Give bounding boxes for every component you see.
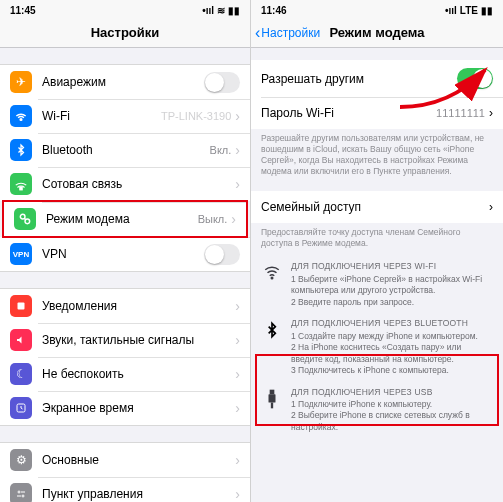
wifi-instr-step1: 1 Выберите «iPhone Сергей» в настройках … [291, 274, 493, 297]
row-wifi[interactable]: Wi-Fi TP-LINK-3190 › [0, 99, 250, 133]
nav-title: Настройки [91, 25, 160, 40]
row-sounds[interactable]: Звуки, тактильные сигналы › [0, 323, 250, 357]
back-label: Настройки [261, 26, 320, 40]
wifi-row-icon [10, 105, 32, 127]
row-airplane[interactable]: ✈ Авиарежим [0, 64, 250, 99]
chevron-icon: › [235, 486, 240, 502]
svg-point-0 [20, 119, 22, 121]
status-time: 11:46 [261, 5, 287, 16]
footer-family: Предоставляйте точку доступа членам Семе… [251, 223, 503, 255]
sounds-icon [10, 329, 32, 351]
airplane-label: Авиарежим [42, 75, 204, 89]
svg-point-3 [25, 219, 30, 224]
vpn-toggle[interactable] [204, 244, 240, 265]
chevron-icon: › [489, 106, 493, 120]
status-bar: 11:46 •ııl LTE ▮▮ [251, 0, 503, 18]
highlight-bluetooth [255, 354, 499, 426]
svg-point-2 [20, 214, 25, 219]
notifications-label: Уведомления [42, 299, 235, 313]
chevron-icon: › [235, 176, 240, 192]
chevron-icon: › [235, 142, 240, 158]
allow-toggle[interactable] [457, 68, 493, 89]
bt-instr-title: ДЛЯ ПОДКЛЮЧЕНИЯ ЧЕРЕЗ BLUETOOTH [291, 318, 493, 329]
dnd-label: Не беспокоить [42, 367, 235, 381]
wifi-instr-step2: 2 Введите пароль при запросе. [291, 297, 493, 308]
cellular-label: Сотовая связь [42, 177, 235, 191]
chevron-icon: › [489, 200, 493, 214]
chevron-icon: › [235, 400, 240, 416]
status-time: 11:45 [10, 5, 36, 16]
row-wifi-password[interactable]: Пароль Wi-Fi 11111111 › [251, 97, 503, 129]
status-bar: 11:45 •ııl ≋ ▮▮ [0, 0, 250, 18]
sounds-label: Звуки, тактильные сигналы [42, 333, 235, 347]
svg-point-8 [271, 278, 273, 280]
row-controlcenter[interactable]: Пункт управления › [0, 477, 250, 502]
svg-rect-4 [18, 303, 25, 310]
bluetooth-value: Вкл. [210, 144, 232, 156]
general-icon: ⚙ [10, 449, 32, 471]
svg-point-6 [18, 491, 20, 493]
allow-label: Разрешать другим [261, 72, 457, 86]
bluetooth-row-icon [10, 139, 32, 161]
screentime-icon [10, 397, 32, 419]
controlcenter-label: Пункт управления [42, 487, 235, 501]
row-bluetooth[interactable]: Bluetooth Вкл. › [0, 133, 250, 167]
nav-bar: ‹ Настройки Режим модема [251, 18, 503, 48]
svg-rect-1 [20, 187, 22, 190]
hotspot-label: Режим модема [46, 212, 198, 226]
footer-allow: Разрешайте другим пользователям или устр… [251, 129, 503, 183]
row-cellular[interactable]: Сотовая связь › [0, 167, 250, 201]
wifi-icon: ≋ [217, 5, 225, 16]
vpn-icon: VPN [10, 243, 32, 265]
wifi-instr-title: ДЛЯ ПОДКЛЮЧЕНИЯ ЧЕРЕЗ WI-FI [291, 261, 493, 272]
chevron-icon: › [235, 332, 240, 348]
nav-title: Режим модема [329, 25, 424, 40]
wifi-value: TP-LINK-3190 [161, 110, 231, 122]
airplane-icon: ✈ [10, 71, 32, 93]
general-label: Основные [42, 453, 235, 467]
hotspot-icon [14, 208, 36, 230]
battery-icon: ▮▮ [481, 5, 493, 16]
settings-screen: 11:45 •ııl ≋ ▮▮ Настройки ✈ Авиарежим Wi… [0, 0, 251, 502]
row-hotspot[interactable]: Режим модема Выкл. › [2, 200, 248, 238]
bt-instr-step1: 1 Создайте пару между iPhone и компьютер… [291, 331, 493, 342]
signal-icon: •ııl [202, 5, 214, 16]
row-notifications[interactable]: Уведомления › [0, 288, 250, 323]
notifications-icon [10, 295, 32, 317]
controlcenter-icon [10, 483, 32, 502]
password-label: Пароль Wi-Fi [261, 106, 436, 120]
airplane-toggle[interactable] [204, 72, 240, 93]
battery-icon: ▮▮ [228, 5, 240, 16]
chevron-icon: › [235, 452, 240, 468]
chevron-left-icon: ‹ [255, 25, 260, 41]
back-button[interactable]: ‹ Настройки [255, 25, 320, 41]
row-dnd[interactable]: ☾ Не беспокоить › [0, 357, 250, 391]
dnd-icon: ☾ [10, 363, 32, 385]
row-vpn[interactable]: VPN VPN [0, 237, 250, 272]
chevron-icon: › [235, 108, 240, 124]
row-screentime[interactable]: Экранное время › [0, 391, 250, 426]
svg-point-7 [22, 495, 24, 497]
chevron-icon: › [231, 211, 236, 227]
wifi-instructions: ДЛЯ ПОДКЛЮЧЕНИЯ ЧЕРЕЗ WI-FI 1 Выберите «… [251, 255, 503, 312]
chevron-icon: › [235, 298, 240, 314]
row-general[interactable]: ⚙ Основные › [0, 442, 250, 477]
cellular-icon [10, 173, 32, 195]
row-allow-others[interactable]: Разрешать другим [251, 60, 503, 97]
screentime-label: Экранное время [42, 401, 235, 415]
nav-bar: Настройки [0, 18, 250, 48]
hotspot-value: Выкл. [198, 213, 228, 225]
password-value: 11111111 [436, 107, 485, 119]
hotspot-screen: 11:46 •ııl LTE ▮▮ ‹ Настройки Режим моде… [251, 0, 503, 502]
signal-icon: •ııl [445, 5, 457, 16]
row-family-access[interactable]: Семейный доступ › [251, 191, 503, 223]
carrier-label: LTE [460, 5, 478, 16]
bluetooth-label: Bluetooth [42, 143, 210, 157]
wifi-label: Wi-Fi [42, 109, 161, 123]
chevron-icon: › [235, 366, 240, 382]
family-label: Семейный доступ [261, 200, 489, 214]
wifi-instr-icon [261, 261, 283, 308]
vpn-label: VPN [42, 247, 204, 261]
